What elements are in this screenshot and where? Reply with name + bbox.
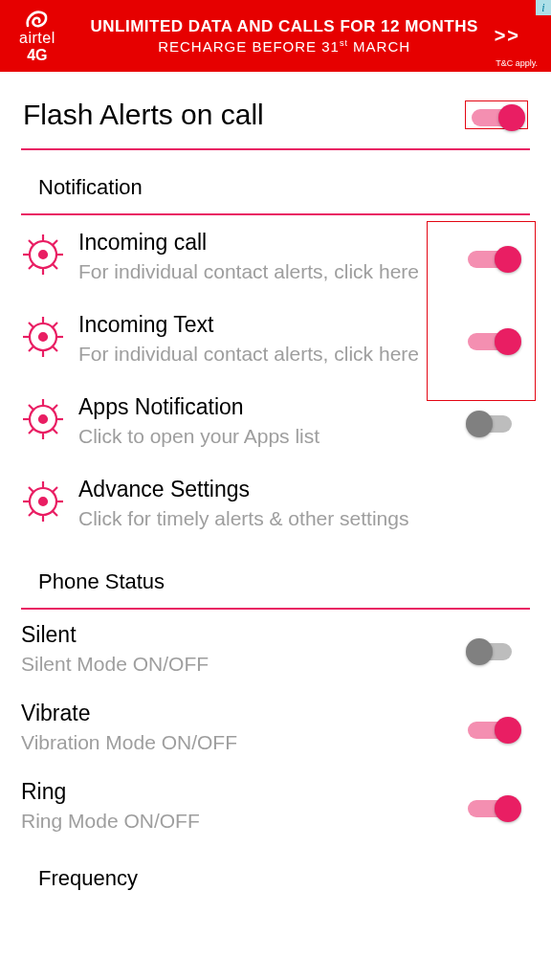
setting-silent[interactable]: Silent Silent Mode ON/OFF: [21, 610, 530, 688]
silent-toggle[interactable]: [468, 639, 518, 658]
setting-title: Incoming call: [78, 229, 448, 256]
setting-subtitle: Vibration Mode ON/OFF: [21, 730, 455, 755]
airtel-swirl-icon: [24, 9, 51, 30]
setting-title: Apps Notification: [78, 393, 448, 421]
setting-subtitle: For individual contact alerts, click her…: [78, 342, 448, 367]
setting-subtitle: Silent Mode ON/OFF: [21, 652, 455, 677]
gear-icon: [21, 479, 65, 523]
svg-line-38: [53, 487, 57, 492]
svg-point-31: [39, 498, 47, 505]
setting-subtitle: For individual contact alerts, click her…: [78, 259, 448, 284]
svg-line-17: [53, 346, 57, 351]
svg-point-1: [39, 251, 47, 258]
ad-copy: UNLIMITED DATA AND CALLS FOR 12 MONTHS R…: [84, 17, 485, 55]
svg-line-7: [53, 264, 57, 269]
gear-icon: [21, 397, 65, 441]
svg-line-9: [29, 264, 33, 269]
ad-headline: UNLIMITED DATA AND CALLS FOR 12 MONTHS: [84, 17, 485, 36]
setting-advance-settings[interactable]: Advance Settings Click for timely alerts…: [21, 462, 530, 545]
setting-incoming-text[interactable]: Incoming Text For individual contact ale…: [21, 298, 530, 380]
master-toggle-highlight: [465, 100, 528, 129]
ad-arrows-icon: >>: [495, 25, 520, 47]
setting-subtitle: Click to open your Apps list: [78, 424, 448, 449]
setting-apps-notification[interactable]: Apps Notification Click to open your App…: [21, 380, 530, 462]
svg-line-26: [29, 405, 33, 410]
setting-subtitle: Ring Mode ON/OFF: [21, 809, 455, 834]
ad-brand-logo: airtel 4G: [19, 9, 55, 64]
svg-line-16: [29, 323, 33, 327]
section-header-notification: Notification: [21, 150, 530, 215]
setting-subtitle: Click for timely alerts & other settings: [78, 506, 448, 531]
setting-incoming-call[interactable]: Incoming call For individual contact ale…: [21, 215, 530, 298]
svg-line-39: [29, 511, 33, 516]
app-header: Flash Alerts on call: [21, 72, 530, 150]
svg-point-21: [39, 415, 47, 423]
svg-line-37: [53, 511, 57, 516]
ad-subline: RECHARGE BEFORE 31st MARCH: [84, 38, 485, 55]
svg-line-19: [29, 346, 33, 351]
svg-line-6: [29, 240, 33, 245]
ad-brand-text: airtel: [19, 30, 55, 47]
setting-title: Incoming Text: [78, 311, 448, 339]
setting-title: Advance Settings: [78, 476, 448, 503]
ring-toggle[interactable]: [468, 796, 518, 815]
svg-line-29: [29, 429, 33, 434]
ad-banner[interactable]: airtel 4G UNLIMITED DATA AND CALLS FOR 1…: [0, 0, 551, 72]
ad-terms: T&C apply.: [496, 58, 538, 68]
svg-line-36: [29, 487, 33, 492]
vibrate-toggle[interactable]: [468, 718, 518, 737]
gear-icon: [21, 315, 65, 359]
incoming-text-toggle[interactable]: [468, 329, 518, 348]
master-toggle[interactable]: [472, 105, 521, 124]
ad-subline-pre: RECHARGE BEFORE 31: [158, 38, 340, 55]
svg-line-27: [53, 429, 57, 434]
section-header-frequency: Frequency: [21, 845, 530, 891]
svg-line-8: [53, 240, 57, 245]
setting-ring[interactable]: Ring Ring Mode ON/OFF: [21, 767, 530, 845]
page-title: Flash Alerts on call: [23, 99, 264, 131]
ad-subline-post: MARCH: [348, 38, 410, 55]
svg-line-18: [53, 323, 57, 327]
incoming-call-toggle[interactable]: [468, 247, 518, 266]
setting-vibrate[interactable]: Vibrate Vibration Mode ON/OFF: [21, 688, 530, 767]
ad-sub-brand: 4G: [27, 47, 47, 64]
section-header-phone-status: Phone Status: [21, 545, 530, 610]
svg-line-28: [53, 405, 57, 410]
svg-point-11: [39, 333, 47, 341]
apps-notification-toggle[interactable]: [468, 412, 518, 431]
gear-icon: [21, 233, 65, 277]
ad-info-icon[interactable]: i: [536, 0, 551, 15]
ad-subline-sup: st: [340, 38, 348, 48]
setting-title: Silent: [21, 621, 455, 649]
setting-title: Ring: [21, 778, 455, 806]
setting-title: Vibrate: [21, 700, 455, 727]
